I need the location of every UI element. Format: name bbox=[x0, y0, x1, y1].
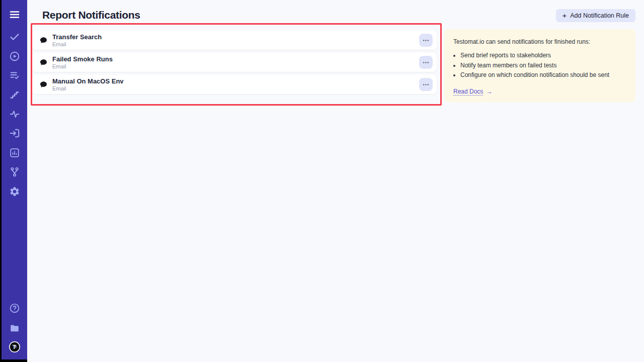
svg-text:T: T bbox=[13, 344, 16, 350]
import-icon[interactable] bbox=[8, 127, 21, 140]
menu-icon[interactable] bbox=[8, 8, 21, 21]
app-screen: T Report Notifications + Add Notificatio… bbox=[0, 0, 644, 362]
folder-icon[interactable] bbox=[8, 321, 21, 334]
steps-icon[interactable] bbox=[8, 88, 21, 102]
add-button-label: Add Notification Rule bbox=[570, 12, 629, 19]
rule-menu-button[interactable] bbox=[419, 78, 433, 91]
notification-rule-row[interactable]: Manual On MacOS Env Email bbox=[32, 75, 437, 94]
arrow-right-icon: → bbox=[487, 88, 493, 95]
rule-channel: Email bbox=[52, 64, 113, 69]
check-icon[interactable] bbox=[8, 30, 21, 43]
list-check-icon[interactable] bbox=[8, 69, 21, 82]
info-bullet: Configure on which condition notificatio… bbox=[460, 72, 626, 78]
page-title: Report Notifications bbox=[42, 9, 140, 21]
info-panel: Testomat.io can send notifications for f… bbox=[444, 29, 635, 102]
gear-icon[interactable] bbox=[8, 185, 21, 198]
info-bullet: Send brief reports to stakeholders bbox=[460, 52, 626, 59]
chat-bubble-icon bbox=[39, 36, 48, 45]
git-branch-icon[interactable] bbox=[8, 165, 21, 178]
help-icon[interactable] bbox=[8, 302, 21, 315]
notification-rule-row[interactable]: Failed Smoke Runs Email bbox=[32, 53, 437, 72]
rule-channel: Email bbox=[52, 86, 124, 92]
ellipsis-icon bbox=[423, 59, 429, 66]
logo-avatar[interactable]: T bbox=[8, 340, 21, 353]
plus-icon: + bbox=[562, 12, 567, 19]
sidebar: T bbox=[0, 0, 27, 362]
read-docs-label: Read Docs bbox=[453, 88, 483, 95]
rule-title: Manual On MacOS Env bbox=[52, 78, 124, 84]
info-intro: Testomat.io can send notifications for f… bbox=[453, 38, 626, 45]
info-bullet-list: Send brief reports to stakeholders Notif… bbox=[453, 52, 626, 78]
info-bullet: Notify team members on failed tests bbox=[460, 62, 626, 69]
ellipsis-icon bbox=[423, 81, 429, 88]
ellipsis-icon bbox=[423, 37, 429, 44]
chat-bubble-icon bbox=[39, 58, 48, 67]
rule-title: Transfer Search bbox=[52, 34, 102, 40]
chat-bubble-icon bbox=[39, 80, 48, 89]
notification-rule-row[interactable]: Transfer Search Email bbox=[32, 31, 437, 50]
bar-chart-icon[interactable] bbox=[8, 146, 21, 159]
rule-menu-button[interactable] bbox=[419, 34, 433, 47]
play-circle-icon[interactable] bbox=[8, 50, 21, 63]
rule-title: Failed Smoke Runs bbox=[52, 56, 113, 62]
activity-icon[interactable] bbox=[8, 108, 21, 121]
add-notification-rule-button[interactable]: + Add Notification Rule bbox=[556, 9, 636, 22]
rule-channel: Email bbox=[52, 42, 102, 47]
rule-menu-button[interactable] bbox=[419, 56, 433, 69]
read-docs-link[interactable]: Read Docs → bbox=[453, 88, 493, 95]
